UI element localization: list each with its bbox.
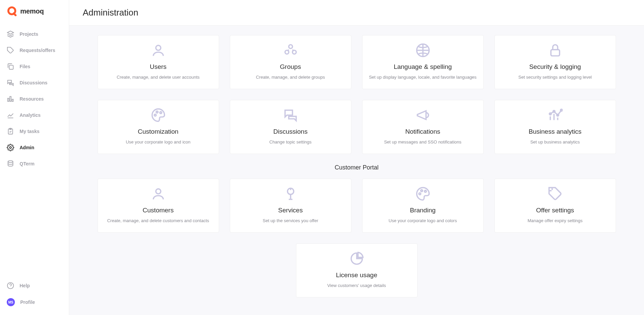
user-icon bbox=[151, 186, 166, 201]
tile-title: Language & spelling bbox=[394, 63, 452, 71]
tile-analytics[interactable]: Business analytics Set up business analy… bbox=[494, 100, 616, 154]
tile-title: Services bbox=[278, 207, 303, 214]
globe-icon bbox=[415, 43, 430, 58]
tile-title: License usage bbox=[336, 271, 377, 279]
sidebar-item-files[interactable]: Files bbox=[0, 59, 69, 74]
sidebar-item-projects[interactable]: Projects bbox=[0, 26, 69, 42]
page-title: Administration bbox=[83, 7, 630, 18]
chat-icon bbox=[7, 79, 14, 86]
tile-desc: View customers' usage details bbox=[327, 283, 386, 288]
nav-footer: Help MS Profile bbox=[0, 274, 69, 310]
tile-services[interactable]: Services Set up the services you offer bbox=[230, 179, 351, 233]
clipboard-icon bbox=[7, 128, 14, 135]
tile-customization[interactable]: Customization Use your corporate logo an… bbox=[98, 100, 219, 154]
tile-desc: Create, manage, and delete groups bbox=[256, 75, 325, 80]
help-icon bbox=[7, 282, 14, 289]
sidebar-item-requests[interactable]: Requests/offers bbox=[0, 43, 69, 58]
tags-icon bbox=[548, 186, 563, 201]
svg-rect-4 bbox=[8, 98, 9, 101]
svg-point-11 bbox=[8, 161, 13, 163]
tile-customers[interactable]: Customers Create, manage, and delete cus… bbox=[98, 179, 219, 233]
svg-point-20 bbox=[154, 114, 156, 116]
tile-offer-settings[interactable]: Offer settings Manage offer expiry setti… bbox=[494, 179, 616, 233]
tile-desc: Use your corporate logo and icon bbox=[126, 139, 191, 145]
brand-mark-icon bbox=[7, 6, 17, 16]
tile-license-usage[interactable]: License usage View customers' usage deta… bbox=[296, 243, 418, 297]
tile-desc: Change topic settings bbox=[269, 139, 312, 145]
nav-label: My tasks bbox=[20, 129, 39, 134]
chat-icon bbox=[283, 108, 298, 123]
database-icon bbox=[7, 160, 14, 167]
tile-title: Customers bbox=[143, 207, 174, 214]
sidebar-item-qterm[interactable]: QTerm bbox=[0, 156, 69, 172]
tile-security[interactable]: Security & logging Set security settings… bbox=[494, 35, 616, 89]
nav-main: Projects Requests/offers Files Discussio… bbox=[0, 23, 69, 172]
svg-point-22 bbox=[160, 112, 162, 114]
tile-title: Security & logging bbox=[529, 63, 581, 71]
avatar: MS bbox=[7, 298, 15, 306]
tile-notifications[interactable]: Notifications Set up messages and SSO no… bbox=[362, 100, 484, 154]
svg-point-21 bbox=[156, 111, 158, 113]
tile-branding[interactable]: Branding Use your corporate logo and col… bbox=[362, 179, 484, 233]
tile-groups[interactable]: Groups Create, manage, and delete groups bbox=[230, 35, 351, 89]
tile-desc: Manage offer expiry settings bbox=[528, 218, 583, 223]
nav-label: Files bbox=[20, 64, 30, 69]
tile-title: Business analytics bbox=[529, 128, 581, 135]
tile-desc: Set up business analytics bbox=[530, 139, 580, 145]
gear-icon bbox=[7, 144, 14, 151]
pie-chart-icon bbox=[349, 251, 364, 266]
tag-icon bbox=[7, 47, 14, 54]
nav-label: Profile bbox=[20, 299, 35, 305]
sidebar-item-analytics[interactable]: Analytics bbox=[0, 107, 69, 123]
svg-point-34 bbox=[424, 190, 426, 192]
sidebar-item-discussions[interactable]: Discussions bbox=[0, 75, 69, 90]
layers-icon bbox=[7, 30, 14, 38]
lock-icon bbox=[548, 43, 563, 58]
tile-desc: Set up messages and SSO notifications bbox=[384, 139, 461, 145]
svg-point-15 bbox=[289, 45, 292, 49]
brand-logo[interactable]: memoq bbox=[0, 5, 69, 23]
sidebar-item-profile[interactable]: MS Profile bbox=[0, 294, 69, 310]
sidebar-item-resources[interactable]: Resources bbox=[0, 91, 69, 107]
nav-label: Requests/offers bbox=[20, 48, 55, 53]
tile-title: Offer settings bbox=[536, 207, 574, 214]
trending-icon bbox=[7, 111, 14, 119]
main: Administration Users Create, manage, and… bbox=[69, 0, 644, 315]
sidebar-item-mytasks[interactable]: My tasks bbox=[0, 124, 69, 139]
svg-rect-19 bbox=[551, 50, 560, 56]
svg-point-14 bbox=[156, 45, 161, 50]
tile-desc: Create, manage, and delete user accounts bbox=[117, 75, 200, 80]
svg-rect-6 bbox=[12, 99, 14, 101]
tile-discussions[interactable]: Discussions Change topic settings bbox=[230, 100, 351, 154]
nav-label: Analytics bbox=[20, 112, 41, 118]
license-tile-row: License usage View customers' usage deta… bbox=[85, 243, 628, 297]
svg-point-10 bbox=[9, 147, 11, 149]
bar-chart-icon bbox=[7, 95, 14, 103]
tile-title: Discussions bbox=[273, 128, 307, 135]
wrench-icon bbox=[283, 186, 298, 201]
svg-point-32 bbox=[419, 193, 421, 195]
tile-desc: Set up the services you offer bbox=[263, 218, 318, 223]
megaphone-icon bbox=[415, 108, 430, 123]
brand-name: memoq bbox=[20, 7, 44, 15]
tile-language[interactable]: Language & spelling Set up display langu… bbox=[362, 35, 484, 89]
tile-title: Users bbox=[150, 63, 167, 71]
sidebar-item-admin[interactable]: Admin bbox=[0, 140, 69, 155]
nav-label: Resources bbox=[20, 96, 44, 102]
tile-users[interactable]: Users Create, manage, and delete user ac… bbox=[98, 35, 219, 89]
content: Users Create, manage, and delete user ac… bbox=[69, 26, 644, 307]
tile-title: Groups bbox=[280, 63, 301, 71]
nav-label: Admin bbox=[20, 145, 34, 150]
sidebar-item-help[interactable]: Help bbox=[0, 278, 69, 293]
svg-point-29 bbox=[560, 109, 562, 111]
nav-label: QTerm bbox=[20, 161, 34, 166]
tile-desc: Set security settings and logging level bbox=[518, 75, 592, 80]
tile-title: Branding bbox=[410, 207, 435, 214]
svg-rect-3 bbox=[9, 65, 13, 69]
users-icon bbox=[283, 43, 298, 58]
palette-icon bbox=[151, 108, 166, 123]
tile-desc: Set up display language, locale, and fav… bbox=[369, 75, 477, 80]
nav-label: Projects bbox=[20, 31, 38, 37]
tile-title: Notifications bbox=[405, 128, 440, 135]
nav-label: Help bbox=[20, 283, 30, 288]
